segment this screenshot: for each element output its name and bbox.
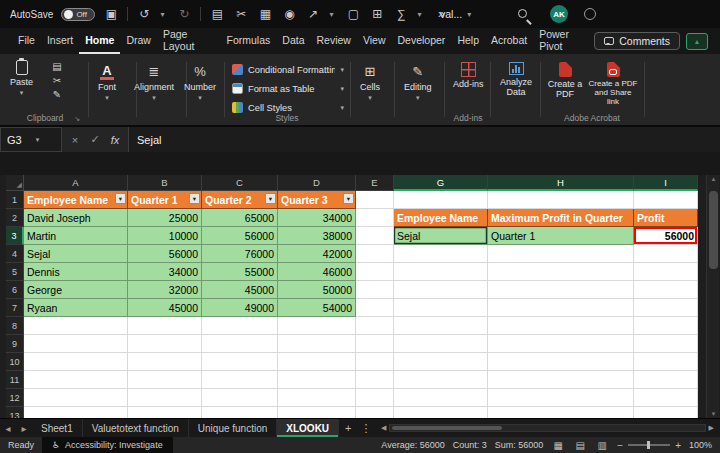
- share-icon[interactable]: ↗: [305, 1, 321, 27]
- zoom-slider-thumb[interactable]: [647, 441, 650, 449]
- table-icon[interactable]: ⊞: [369, 1, 385, 27]
- cell-B2[interactable]: 25000: [128, 209, 202, 227]
- vertical-scrollbar[interactable]: ▲ ▼: [706, 175, 719, 418]
- eye-icon[interactable]: ◉: [281, 1, 297, 27]
- cell-I3[interactable]: 56000: [634, 227, 698, 245]
- cell-B10[interactable]: [128, 353, 202, 371]
- cell-B3[interactable]: 10000: [128, 227, 202, 245]
- cell-B8[interactable]: [128, 317, 202, 335]
- search-icon[interactable]: [518, 9, 527, 18]
- sheet-menu-button[interactable]: ⋮: [357, 419, 375, 437]
- cell-D10[interactable]: [278, 353, 356, 371]
- status-sum[interactable]: Sum: 56000: [495, 440, 544, 450]
- row-header-5[interactable]: 5: [6, 263, 24, 281]
- cell-G3[interactable]: Sejal: [394, 227, 488, 245]
- cell-I4[interactable]: [634, 245, 698, 263]
- horizontal-scroll-track[interactable]: [389, 424, 705, 432]
- font-menu-button[interactable]: A Font ▾: [98, 64, 116, 102]
- analyze-data-button[interactable]: Analyze Data: [496, 62, 536, 98]
- normal-view-icon[interactable]: ▦: [551, 440, 565, 451]
- cell-D4[interactable]: 42000: [278, 245, 356, 263]
- scroll-down-icon[interactable]: ▼: [707, 411, 720, 417]
- cell-B6[interactable]: 32000: [128, 281, 202, 299]
- column-header-G[interactable]: G: [394, 175, 488, 191]
- filter-button-C1[interactable]: ▾: [265, 193, 276, 204]
- cell-I11[interactable]: [634, 371, 698, 389]
- cell-I6[interactable]: [634, 281, 698, 299]
- cell-C3[interactable]: 56000: [202, 227, 278, 245]
- cell-E1[interactable]: [356, 191, 394, 209]
- cell-A8[interactable]: [24, 317, 128, 335]
- clipboard-icon[interactable]: ▤: [209, 1, 225, 27]
- filter-button-A1[interactable]: ▾: [115, 193, 126, 204]
- row-header-13[interactable]: 13: [6, 407, 24, 418]
- status-count[interactable]: Count: 3: [453, 440, 487, 450]
- document-icon[interactable]: ▢: [345, 1, 361, 27]
- cell-G1[interactable]: [394, 191, 488, 209]
- ribbon-tab-acrobat[interactable]: Acrobat: [485, 28, 533, 54]
- cell-D12[interactable]: [278, 389, 356, 407]
- cell-A12[interactable]: [24, 389, 128, 407]
- cell-B7[interactable]: 45000: [128, 299, 202, 317]
- cell-E3[interactable]: [356, 227, 394, 245]
- cell-I10[interactable]: [634, 353, 698, 371]
- cell-B4[interactable]: 56000: [128, 245, 202, 263]
- cell-I12[interactable]: [634, 389, 698, 407]
- ribbon-tab-view[interactable]: View: [357, 28, 392, 54]
- row-header-12[interactable]: 12: [6, 389, 24, 407]
- cell-D8[interactable]: [278, 317, 356, 335]
- format-painter-icon[interactable]: ✎: [50, 89, 64, 100]
- cell-H2[interactable]: Maximum Profit in Quarter: [488, 209, 634, 227]
- filter-button-D1[interactable]: ▾: [343, 193, 354, 204]
- cell-E9[interactable]: [356, 335, 394, 353]
- cell-C8[interactable]: [202, 317, 278, 335]
- save-icon[interactable]: ▣: [103, 1, 119, 27]
- row-header-8[interactable]: 8: [6, 317, 24, 335]
- calculator-icon[interactable]: ∑: [393, 1, 409, 27]
- column-header-I[interactable]: I: [634, 175, 698, 191]
- cell-H3[interactable]: Quarter 1: [488, 227, 634, 245]
- cell-G8[interactable]: [394, 317, 488, 335]
- vertical-scroll-thumb[interactable]: [709, 191, 718, 269]
- column-header-C[interactable]: C: [202, 175, 278, 191]
- conditional-formatting-button[interactable]: Conditional Formatting ▾: [232, 61, 344, 78]
- editing-menu-button[interactable]: ✎ Editing ▾: [404, 64, 432, 102]
- status-average[interactable]: Average: 56000: [381, 440, 444, 450]
- cell-A5[interactable]: Dennis: [24, 263, 128, 281]
- row-header-11[interactable]: 11: [6, 371, 24, 389]
- horizontal-scrollbar[interactable]: ◀ ▶: [375, 419, 720, 437]
- cell-C1[interactable]: Quarter 2▾: [202, 191, 278, 209]
- dialog-launcher-icon[interactable]: ↘: [74, 115, 80, 123]
- chevron-down-icon[interactable]: ▾: [160, 10, 168, 19]
- cell-I13[interactable]: [634, 407, 698, 418]
- cell-H5[interactable]: [488, 263, 634, 281]
- ribbon-tab-insert[interactable]: Insert: [41, 28, 79, 54]
- page-break-view-icon[interactable]: ▥: [595, 440, 609, 451]
- cell-E10[interactable]: [356, 353, 394, 371]
- cell-G13[interactable]: [394, 407, 488, 418]
- cell-E11[interactable]: [356, 371, 394, 389]
- cell-C4[interactable]: 76000: [202, 245, 278, 263]
- cell-C10[interactable]: [202, 353, 278, 371]
- cell-B1[interactable]: Quarter 1▾: [128, 191, 202, 209]
- sheet-tab-valuetotext-function[interactable]: Valuetotext function: [83, 419, 189, 437]
- cell-A11[interactable]: [24, 371, 128, 389]
- chevron-down-icon[interactable]: ▾: [417, 10, 425, 19]
- cell-E8[interactable]: [356, 317, 394, 335]
- cell-E6[interactable]: [356, 281, 394, 299]
- page-layout-view-icon[interactable]: ▤: [573, 440, 587, 451]
- cell-H1[interactable]: [488, 191, 634, 209]
- ribbon-tab-home[interactable]: Home: [79, 28, 120, 54]
- cell-H11[interactable]: [488, 371, 634, 389]
- cell-I1[interactable]: [634, 191, 698, 209]
- ribbon-tab-data[interactable]: Data: [276, 28, 310, 54]
- cell-G10[interactable]: [394, 353, 488, 371]
- cut-icon[interactable]: ✂: [50, 75, 64, 86]
- cell-A1[interactable]: Employee Name▾: [24, 191, 128, 209]
- ribbon-tab-page-layout[interactable]: Page Layout: [157, 28, 221, 54]
- ribbon-tab-formulas[interactable]: Formulas: [221, 28, 277, 54]
- cell-D1[interactable]: Quarter 3▾: [278, 191, 356, 209]
- horizontal-scroll-thumb[interactable]: [392, 426, 502, 430]
- ribbon-tab-file[interactable]: File: [12, 28, 41, 54]
- new-sheet-button[interactable]: +: [339, 419, 357, 437]
